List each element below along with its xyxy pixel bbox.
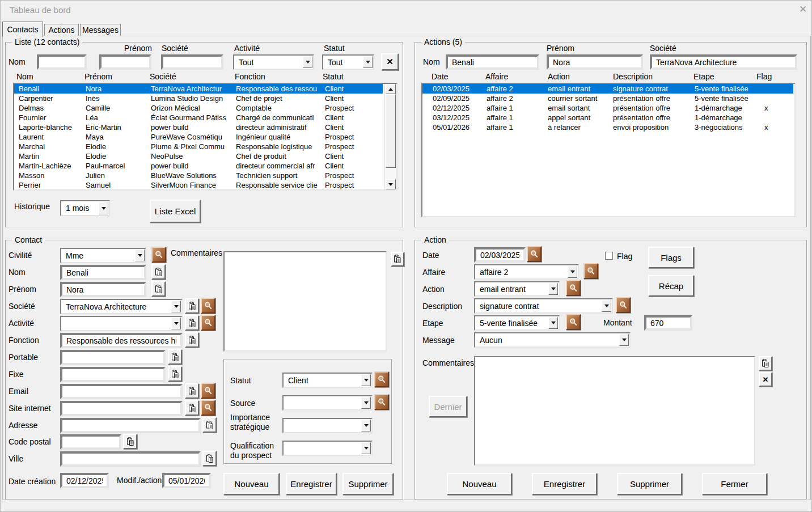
- action-commentaires-clear-button[interactable]: ✕: [759, 372, 772, 387]
- source-search-button[interactable]: [374, 394, 389, 410]
- historique-select[interactable]: 1 mois: [60, 200, 110, 216]
- action-commentaires-copy-button[interactable]: [759, 356, 772, 371]
- filter-activite-select[interactable]: Tout: [233, 54, 314, 70]
- scroll-thumb[interactable]: [386, 94, 396, 168]
- chevron-down-icon[interactable]: [568, 266, 577, 278]
- etape-select[interactable]: 5-vente finalisée: [474, 315, 560, 331]
- action-enregistrer-button[interactable]: Enregistrer: [532, 473, 597, 495]
- contact-nouveau-button[interactable]: Nouveau: [223, 473, 280, 495]
- nom-field[interactable]: [61, 266, 145, 279]
- date-creation-field[interactable]: [61, 474, 108, 487]
- filter-clear-button[interactable]: ✕: [381, 53, 399, 70]
- portable-field[interactable]: [61, 351, 164, 364]
- montant-field[interactable]: [645, 316, 691, 329]
- flag-checkbox[interactable]: [605, 252, 613, 260]
- liste-excel-button[interactable]: Liste Excel: [150, 200, 201, 223]
- action-supprimer-button[interactable]: Supprimer: [617, 473, 682, 495]
- civilite-search-button[interactable]: [151, 247, 166, 263]
- action-nouveau-button[interactable]: Nouveau: [447, 473, 512, 495]
- scroll-down-button[interactable]: [386, 179, 396, 189]
- contact-row[interactable]: MarchalElodiePlume & Pixel CommuResponsa…: [14, 142, 383, 151]
- code-postal-copy-button[interactable]: [123, 434, 137, 449]
- filter-societe-input[interactable]: [162, 56, 222, 69]
- contact-supprimer-button[interactable]: Supprimer: [342, 473, 394, 495]
- statut-search-button[interactable]: [374, 371, 389, 387]
- contacts-listbox[interactable]: BenaliNoraTerraNova ArchitecturResponsab…: [13, 83, 397, 191]
- filter-prenom-input[interactable]: [100, 56, 150, 69]
- fixe-field[interactable]: [61, 368, 164, 381]
- importance-select[interactable]: [282, 418, 373, 433]
- chevron-down-icon[interactable]: [361, 397, 371, 409]
- societe-search-button[interactable]: [201, 298, 215, 314]
- fixe-copy-button[interactable]: [168, 366, 182, 382]
- actions-listbox[interactable]: 02/03/2025affaire 2email entrantsignatur…: [421, 83, 796, 217]
- statut-select[interactable]: Client: [282, 373, 373, 388]
- tab-messages[interactable]: Messages: [80, 24, 121, 36]
- contact-row[interactable]: CarpentierInèsLumina Studio DesignChef d…: [14, 94, 383, 103]
- actions-prenom-input[interactable]: [548, 56, 642, 69]
- activite-search-button[interactable]: [201, 315, 215, 331]
- actions-societe-input[interactable]: [651, 56, 796, 69]
- action-row[interactable]: 03/12/2025affaire 1appel sortantprésenta…: [422, 113, 793, 122]
- flags-button[interactable]: Flags: [648, 247, 694, 268]
- action-commentaires-textarea[interactable]: [474, 356, 755, 466]
- fonction-field[interactable]: [61, 334, 181, 347]
- site-copy-button[interactable]: [185, 400, 199, 416]
- site-search-button[interactable]: [201, 400, 215, 416]
- prenom-copy-button[interactable]: [151, 281, 166, 297]
- affaire-select[interactable]: affaire 2: [474, 264, 579, 280]
- chevron-down-icon[interactable]: [602, 300, 611, 312]
- nom-copy-button[interactable]: [151, 264, 166, 280]
- email-copy-button[interactable]: [185, 383, 199, 399]
- fermer-button[interactable]: Fermer: [702, 473, 767, 495]
- recap-button[interactable]: Récap: [648, 275, 694, 297]
- email-search-button[interactable]: [201, 383, 215, 399]
- site-internet-field[interactable]: [61, 402, 181, 415]
- affaire-search-button[interactable]: [583, 263, 598, 279]
- contact-row[interactable]: DelmasCamilleOrizon MédicalComptablePros…: [14, 103, 383, 113]
- source-select[interactable]: [282, 395, 373, 411]
- contact-row[interactable]: PerrierSamuelSilverMoon FinanceResponsab…: [14, 180, 383, 190]
- action-row[interactable]: 05/01/2026affaire 1à relancerenvoi propo…: [422, 122, 793, 132]
- adresse-copy-button[interactable]: [202, 417, 217, 433]
- contact-row[interactable]: MassonJulienBlueWave SolutionsTechnicien…: [14, 171, 383, 180]
- fonction-copy-button[interactable]: [185, 332, 199, 348]
- tab-actions[interactable]: Actions: [44, 24, 79, 36]
- chevron-down-icon[interactable]: [135, 249, 145, 261]
- window-close-icon[interactable]: ✕: [799, 3, 807, 15]
- email-field[interactable]: [61, 385, 181, 398]
- contacts-scrollbar[interactable]: [384, 84, 396, 189]
- chevron-down-icon[interactable]: [548, 317, 558, 329]
- chevron-down-icon[interactable]: [361, 442, 371, 454]
- actions-nom-input[interactable]: [447, 56, 538, 69]
- action-date-search-button[interactable]: [527, 246, 542, 262]
- adresse-field[interactable]: [61, 419, 200, 432]
- scroll-up-button[interactable]: [386, 84, 396, 94]
- contact-row[interactable]: Martin-LachièzePaul-marcelpower builddir…: [14, 161, 383, 171]
- contact-row[interactable]: MartinElodieNeoPulseChef de produitClien…: [14, 151, 383, 161]
- code-postal-field[interactable]: [61, 435, 120, 448]
- filter-nom-input[interactable]: [38, 56, 86, 69]
- etape-search-button[interactable]: [566, 314, 581, 330]
- chevron-down-icon[interactable]: [361, 374, 371, 386]
- action-row[interactable]: 02/09/2025affaire 2courrier sortantprése…: [422, 94, 793, 103]
- ville-field[interactable]: [61, 452, 200, 466]
- activite-copy-button[interactable]: [185, 315, 199, 331]
- societe-copy-button[interactable]: [185, 298, 199, 314]
- action-date-field[interactable]: [475, 248, 525, 261]
- contact-commentaires-copy-button[interactable]: [391, 252, 404, 266]
- chevron-down-icon[interactable]: [171, 301, 181, 312]
- contact-commentaires-textarea[interactable]: [223, 251, 387, 352]
- contact-enregistrer-button[interactable]: Enregistrer: [286, 473, 337, 495]
- chevron-down-icon[interactable]: [363, 56, 373, 68]
- chevron-down-icon[interactable]: [548, 283, 558, 295]
- portable-copy-button[interactable]: [168, 349, 182, 365]
- qualification-select[interactable]: [282, 441, 373, 456]
- societe-select[interactable]: TerraNova Architecture: [60, 299, 183, 314]
- description-select[interactable]: signature contrat: [474, 298, 613, 314]
- chevron-down-icon[interactable]: [171, 318, 181, 329]
- ville-copy-button[interactable]: [202, 451, 217, 466]
- prenom-field[interactable]: [61, 283, 145, 296]
- dernier-button[interactable]: Dernier: [429, 396, 467, 417]
- action-search-button[interactable]: [566, 280, 581, 296]
